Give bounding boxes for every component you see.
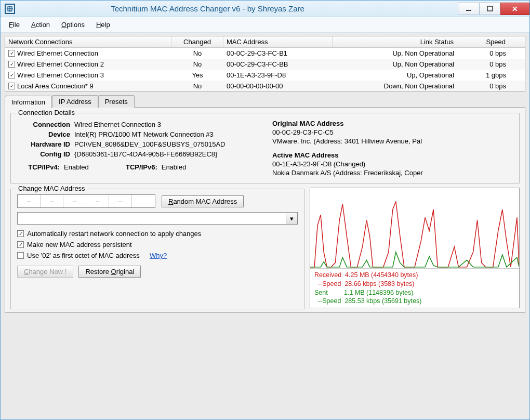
traffic-graph: Received 4.25 MB (4454340 bytes) --Speed… bbox=[310, 188, 520, 308]
col-speed[interactable]: Speed bbox=[457, 36, 509, 47]
menu-options[interactable]: Options bbox=[56, 19, 90, 31]
sent-speed: 285.53 kbps (35691 bytes) bbox=[344, 297, 421, 305]
why-link[interactable]: Why? bbox=[150, 252, 167, 259]
change-mac-legend: Change MAC Address bbox=[16, 185, 87, 192]
tab-body: Connection Details ConnectionWired Ether… bbox=[5, 107, 525, 313]
menu-help[interactable]: Help bbox=[91, 19, 115, 31]
table-row[interactable]: Wired Ethernet Connection 2No00-0C-29-C3… bbox=[5, 59, 525, 70]
col-link[interactable]: Link Status bbox=[333, 36, 457, 47]
app-icon bbox=[5, 4, 15, 14]
tab-presets[interactable]: Presets bbox=[98, 95, 135, 108]
hardware-id-value: PCI\VEN_8086&DEV_100F&SUBSYS_075015AD bbox=[74, 140, 258, 148]
row-checkbox[interactable] bbox=[8, 83, 15, 89]
menubar: File Action Options Help bbox=[1, 17, 529, 33]
original-mac-header: Original MAC Address bbox=[272, 120, 513, 127]
client-area: Network Connections Changed MAC Address … bbox=[1, 33, 529, 419]
row-checkbox[interactable] bbox=[8, 72, 15, 78]
vendor-dropdown[interactable]: ▾ bbox=[17, 212, 298, 225]
row-checkbox[interactable] bbox=[8, 61, 15, 68]
col-mac[interactable]: MAC Address bbox=[223, 36, 333, 47]
tab-information[interactable]: Information bbox=[5, 96, 52, 108]
tcpipv4-value: Enabled bbox=[64, 163, 89, 171]
chevron-down-icon[interactable]: ▾ bbox=[286, 213, 297, 224]
graph-stats: Received 4.25 MB (4454340 bytes) --Speed… bbox=[310, 269, 519, 308]
original-mac-vendor: VMware, Inc. (Address: 3401 Hillview Ave… bbox=[272, 137, 513, 145]
tab-container: Information IP Address Presets Connectio… bbox=[5, 95, 525, 313]
grid-body: Wired Ethernet ConnectionNo00-0C-29-C3-F… bbox=[5, 48, 525, 91]
main-window: Technitium MAC Address Changer v6 - by S… bbox=[0, 0, 530, 420]
active-mac-header: Active MAC Address bbox=[272, 151, 513, 159]
device-value: Intel(R) PRO/1000 MT Network Connection … bbox=[74, 130, 258, 138]
checkbox-use-02[interactable] bbox=[17, 252, 24, 259]
tcpipv6-value: Enabled bbox=[162, 163, 187, 171]
received-speed: 28.66 kbps (3583 bytes) bbox=[344, 280, 414, 287]
graph-area bbox=[310, 188, 519, 269]
connections-grid: Network Connections Changed MAC Address … bbox=[5, 36, 525, 92]
minimize-button[interactable] bbox=[458, 3, 480, 15]
config-id-value: {D6805361-1B7C-4DA4-905B-FE6669B92EC8} bbox=[74, 150, 258, 158]
table-row[interactable]: Wired Ethernet ConnectionNo00-0C-29-C3-F… bbox=[5, 48, 525, 59]
connection-details-fieldset: Connection Details ConnectionWired Ether… bbox=[10, 113, 520, 183]
maximize-button[interactable] bbox=[479, 3, 501, 15]
row-checkbox[interactable] bbox=[8, 50, 15, 57]
grid-header: Network Connections Changed MAC Address … bbox=[5, 36, 525, 48]
change-now-button[interactable]: Change Now ! bbox=[17, 266, 73, 278]
col-name[interactable]: Network Connections bbox=[5, 36, 171, 47]
sent-value: 1.1 MB (1148396 bytes) bbox=[344, 289, 413, 296]
titlebar[interactable]: Technitium MAC Address Changer v6 - by S… bbox=[1, 1, 529, 17]
change-mac-fieldset: Change MAC Address – – – – – bbox=[10, 189, 304, 309]
menu-file[interactable]: File bbox=[4, 19, 25, 31]
received-value: 4.25 MB (4454340 bytes) bbox=[345, 271, 418, 279]
mac-input[interactable]: – – – – – bbox=[17, 194, 155, 208]
tab-ip-address[interactable]: IP Address bbox=[52, 95, 98, 108]
random-mac-button[interactable]: Random MAC Address bbox=[162, 195, 244, 207]
window-title: Technitium MAC Address Changer v6 - by S… bbox=[19, 4, 396, 13]
details-legend: Connection Details bbox=[16, 109, 77, 116]
active-mac-vendor: Nokia Danmark A/S (Address: Frederikskaj… bbox=[272, 169, 513, 177]
table-row[interactable]: Local Area Connection* 9No00-00-00-00-00… bbox=[5, 81, 525, 91]
active-mac-value: 00-1E-A3-23-9F-D8 (Changed) bbox=[272, 160, 513, 168]
svg-rect-1 bbox=[466, 10, 471, 11]
tabstrip: Information IP Address Presets bbox=[5, 95, 525, 108]
restore-original-button[interactable]: Restore Original bbox=[78, 266, 141, 278]
checkbox-persistent[interactable] bbox=[17, 241, 24, 248]
col-changed[interactable]: Changed bbox=[171, 36, 223, 47]
menu-action[interactable]: Action bbox=[26, 19, 55, 31]
close-button[interactable]: ✕ bbox=[500, 3, 529, 15]
window-buttons: ✕ bbox=[458, 3, 529, 15]
original-mac-value: 00-0C-29-C3-FC-C5 bbox=[272, 128, 513, 136]
checkbox-auto-restart[interactable] bbox=[17, 230, 24, 237]
table-row[interactable]: Wired Ethernet Connection 3Yes00-1E-A3-2… bbox=[5, 70, 525, 81]
connection-value: Wired Ethernet Connection 3 bbox=[74, 121, 258, 128]
svg-rect-2 bbox=[487, 6, 493, 11]
